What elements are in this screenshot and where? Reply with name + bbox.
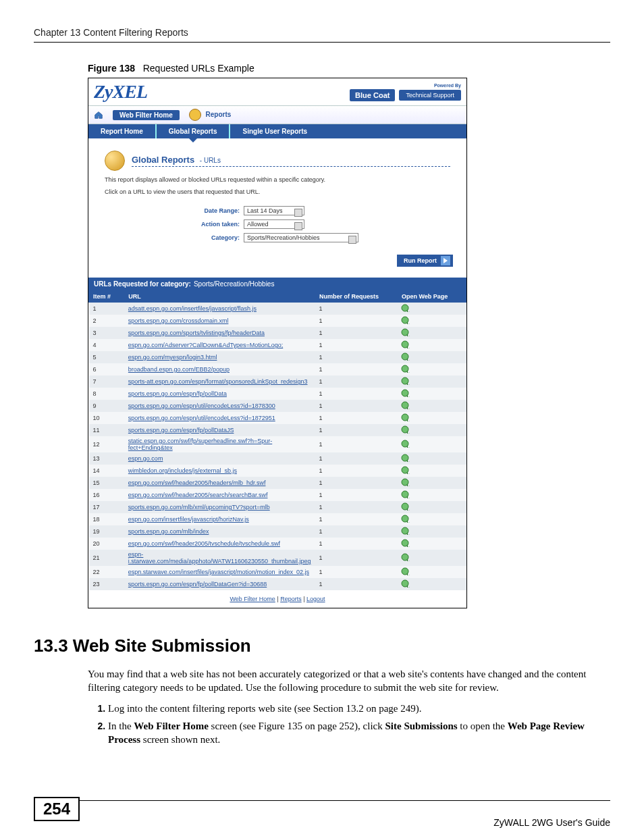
nav-reports[interactable]: Reports [189, 109, 232, 121]
powered-by-label: Powered By [434, 83, 461, 88]
open-web-page-icon[interactable] [401, 579, 410, 588]
open-web-page-icon[interactable] [401, 527, 410, 535]
cell-item: 20 [89, 538, 124, 550]
open-web-page-icon[interactable] [401, 454, 410, 462]
url-link[interactable]: sports.espn.go.com/mlb/index [128, 528, 209, 535]
cell-item: 10 [89, 412, 124, 424]
url-link[interactable]: sports.espn.go.com/espn/util/encodeLess?… [128, 415, 275, 421]
open-web-page-icon[interactable] [401, 425, 410, 434]
cell-requests: 1 [315, 388, 398, 400]
url-link[interactable]: sports-att.espn.go.com/espn/format/spons… [128, 378, 308, 385]
panel-title-text: Global Reports [132, 155, 194, 165]
step2-text-a: In the [108, 721, 134, 731]
open-web-page-icon[interactable] [401, 377, 410, 385]
secondary-nav: Report Home Global Reports Single User R… [88, 124, 466, 138]
nav-single-user-reports[interactable]: Single User Reports [230, 124, 319, 138]
open-web-page-icon[interactable] [401, 413, 410, 421]
url-link[interactable]: sports.espn.go.com/espn/fp/pollData [128, 390, 227, 397]
table-row: 13espn.go.com1 [89, 452, 466, 465]
panel-title: Global Reports - URLs [132, 155, 450, 167]
table-row: 1adsatt.espn.go.com/insertfiles/javascri… [89, 303, 466, 315]
open-web-page-icon[interactable] [401, 553, 410, 561]
url-link[interactable]: espn.go.com/swf/header2005/search/search… [128, 492, 268, 498]
run-arrow-icon [441, 256, 450, 265]
nav-web-filter-home[interactable]: Web Filter Home [113, 110, 180, 120]
open-web-page-icon[interactable] [401, 401, 410, 409]
table-row: 10sports.espn.go.com/espn/util/encodeLes… [89, 412, 466, 424]
url-link[interactable]: static.espn.go.com/swf/fp/superheadline.… [128, 438, 272, 451]
url-link[interactable]: espn.go.com [128, 455, 163, 462]
cell-requests: 1 [315, 477, 398, 489]
reports-icon [189, 109, 201, 121]
cell-requests: 1 [315, 375, 398, 388]
col-item: Item # [89, 291, 124, 303]
cell-item: 16 [89, 489, 124, 501]
cell-requests: 1 [315, 525, 398, 538]
url-link[interactable]: sports.espn.go.com/crossdomain.xml [128, 317, 229, 324]
url-link[interactable]: sports.espn.go.com/sports/tvlistings/fp/… [128, 330, 265, 336]
open-web-page-icon[interactable] [401, 440, 410, 448]
url-link[interactable]: espn.go.com/swf/header2005/tvschedule/tv… [128, 540, 280, 547]
cell-item: 22 [89, 566, 124, 578]
open-web-page-icon[interactable] [401, 515, 410, 523]
step2-link[interactable]: Figure 135 on page 252 [259, 721, 354, 731]
url-link[interactable]: sports.espn.go.com/espn/util/encodeLess?… [128, 402, 275, 409]
technical-support-link[interactable]: Technical Support [399, 90, 461, 101]
table-row: 11sports.espn.go.com/espn/fp/pollDataJS1 [89, 424, 466, 436]
url-link[interactable]: espn-i.starwave.com/media/apphoto/WATW11… [128, 551, 311, 565]
url-link[interactable]: broadband.espn.go.com/EBB2/popup [128, 366, 230, 373]
date-range-select[interactable]: Last 14 Days [244, 206, 304, 215]
footer-home-link[interactable]: Web Filter Home [230, 596, 275, 602]
nav-report-home[interactable]: Report Home [88, 124, 157, 138]
open-web-page-icon[interactable] [401, 353, 410, 361]
nav-global-reports[interactable]: Global Reports [157, 124, 231, 138]
cell-requests: 1 [315, 550, 398, 566]
table-row: 22espn.starwave.com/insertfiles/javascri… [89, 566, 466, 578]
open-web-page-icon[interactable] [401, 539, 410, 547]
open-web-page-icon[interactable] [401, 567, 410, 575]
step1-link[interactable]: Section 13.2 on page 249 [313, 703, 416, 714]
open-web-page-icon[interactable] [401, 328, 410, 336]
url-link[interactable]: sports.espn.go.com/espn/fp/pollDataJS [128, 427, 234, 434]
action-taken-select[interactable]: Allowed [244, 219, 304, 229]
home-icon[interactable] [94, 110, 103, 120]
url-link[interactable]: espn.go.com/insertfiles/javascript/horiz… [128, 516, 249, 523]
url-link[interactable]: espn.starwave.com/insertfiles/javascript… [128, 569, 309, 575]
cell-item: 12 [89, 436, 124, 452]
cell-item: 6 [89, 363, 124, 375]
category-label: Category: [105, 234, 244, 241]
figure-caption: Figure 138 Requested URLs Example [88, 63, 610, 74]
url-link[interactable]: espn.go.com/myespn/login3.html [128, 354, 217, 361]
url-link[interactable]: wimbledon.org/includes/js/external_sb.js [128, 467, 237, 474]
open-web-page-icon[interactable] [401, 304, 410, 312]
run-report-button[interactable]: Run Report [397, 255, 453, 267]
table-row: 20espn.go.com/swf/header2005/tvschedule/… [89, 538, 466, 550]
table-row: 7sports-att.espn.go.com/espn/format/spon… [89, 375, 466, 388]
url-link[interactable]: espn.go.com/Adserver?CallDown&AdTypes=Mo… [128, 342, 283, 348]
url-link[interactable]: adsatt.espn.go.com/insertfiles/javascrip… [128, 305, 257, 312]
cell-item: 9 [89, 400, 124, 412]
open-web-page-icon[interactable] [401, 502, 410, 511]
screenshot-footer-links: Web Filter Home | Reports | Logout [88, 590, 466, 608]
open-web-page-icon[interactable] [401, 466, 410, 474]
open-web-page-icon[interactable] [401, 490, 410, 498]
url-link[interactable]: sports.espn.go.com/espn/fp/pollDataGen?i… [128, 581, 267, 588]
primary-nav: Web Filter Home Reports [88, 105, 466, 124]
footer-logout-link[interactable]: Logout [306, 596, 325, 602]
cell-requests: 1 [315, 363, 398, 375]
url-link[interactable]: espn.go.com/swf/header2005/headers/mlb_h… [128, 479, 266, 486]
step-1: Log into the content filtering reports w… [108, 702, 610, 715]
chapter-header: Chapter 13 Content Filtering Reports [34, 27, 610, 43]
run-report-label: Run Report [404, 257, 437, 264]
cell-requests: 1 [315, 351, 398, 363]
open-web-page-icon[interactable] [401, 389, 410, 397]
open-web-page-icon[interactable] [401, 365, 410, 373]
category-select[interactable]: Sports/Recreation/Hobbies [244, 233, 358, 242]
footer-reports-link[interactable]: Reports [280, 596, 302, 602]
open-web-page-icon[interactable] [401, 316, 410, 324]
table-row: 19sports.espn.go.com/mlb/index1 [89, 525, 466, 538]
cell-item: 15 [89, 477, 124, 489]
url-link[interactable]: sports.espn.go.com/mlb/xml/upcomingTV?sp… [128, 504, 270, 511]
open-web-page-icon[interactable] [401, 340, 410, 348]
open-web-page-icon[interactable] [401, 478, 410, 486]
